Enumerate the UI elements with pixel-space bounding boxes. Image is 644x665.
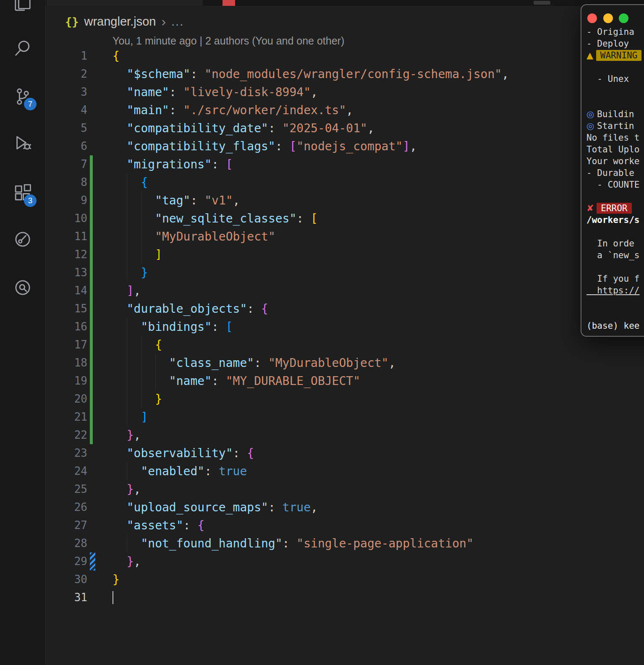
code-text: } (113, 571, 120, 589)
sidebar-item-extensions[interactable]: 3 (13, 183, 32, 203)
terminal-line: /workers/s (586, 214, 644, 226)
breadcrumb-file-name[interactable]: wrangler.json (84, 15, 156, 29)
spinner-icon: ◎ (586, 121, 597, 131)
terminal-body: - Origina- Deploy▲ WARNING - Unex◎ Build… (586, 26, 644, 332)
code-line[interactable]: 21 ] (45, 408, 644, 426)
code-line[interactable]: 4 "main": "./src/worker/index.ts", (45, 101, 644, 119)
gutter-added-indicator (90, 264, 93, 282)
code-text: "name": "MY_DURABLE_OBJECT" (113, 372, 360, 390)
line-number: 22 (45, 426, 87, 444)
code-line[interactable]: 6 "compatibility_flags": ["nodejs_compat… (45, 137, 644, 155)
code-line[interactable]: 31 (45, 589, 644, 607)
zoom-button[interactable] (619, 13, 628, 23)
gutter-added-indicator (90, 282, 93, 300)
terminal-link[interactable]: https:// (586, 285, 639, 296)
tab-strip (46, 0, 644, 6)
terminal-line: https:// (586, 285, 644, 296)
warn-badge: WARNING (596, 50, 642, 61)
code-line[interactable]: 23 "observability": { (45, 444, 644, 462)
code-line[interactable]: 30} (45, 571, 644, 589)
code-line[interactable]: 24 "enabled": true (45, 462, 644, 480)
code-editor[interactable]: 1{2 "$schema": "node_modules/wrangler/co… (45, 47, 644, 607)
line-number: 23 (45, 444, 87, 462)
gutter-added-indicator (90, 372, 93, 390)
terminal-text: - Durable (586, 168, 634, 178)
code-line[interactable]: 20 } (45, 390, 644, 408)
sidebar-item-search[interactable] (13, 39, 32, 58)
code-line[interactable]: 18 "class_name": "MyDurableObject", (45, 354, 644, 372)
terminal-line (586, 97, 644, 108)
active-tab-fragment[interactable] (47, 0, 203, 6)
breadcrumb-more[interactable]: ... (171, 15, 184, 29)
code-text: { (113, 336, 162, 354)
terminal-line: ✘ ERROR (586, 202, 644, 214)
close-button[interactable] (587, 13, 597, 23)
gitlens-icon (13, 243, 32, 250)
code-line[interactable]: 8 { (45, 173, 644, 191)
code-line[interactable]: 13 } (45, 264, 644, 282)
code-line[interactable]: 11 "MyDurableObject" (45, 228, 644, 246)
code-text: "tag": "v1", (113, 191, 240, 209)
code-line[interactable]: 22 }, (45, 426, 644, 444)
code-line[interactable]: 17 { (45, 336, 644, 354)
code-text: "observability": { (113, 444, 254, 462)
code-line[interactable]: 16 "bindings": [ (45, 318, 644, 336)
gutter-added-indicator (90, 246, 93, 264)
source-control-badge: 7 (24, 98, 37, 110)
code-line[interactable]: 27 "assets": { (45, 516, 644, 534)
code-line[interactable]: 25 }, (45, 480, 644, 498)
terminal-titlebar[interactable] (581, 5, 644, 26)
code-line[interactable]: 26 "upload_source_maps": true, (45, 498, 644, 516)
code-line[interactable]: 1{ (45, 47, 644, 65)
code-line[interactable]: 7 "migrations": [ (45, 155, 644, 173)
code-line[interactable]: 12 ] (45, 246, 644, 264)
line-number: 16 (45, 318, 87, 336)
code-line[interactable]: 29 }, (45, 552, 644, 571)
gutter-added-indicator (90, 191, 93, 209)
terminal-line: ◎ Startin (586, 120, 644, 132)
code-line[interactable]: 28 "not_found_handling": "single-page-ap… (45, 534, 644, 552)
line-number: 15 (45, 300, 87, 318)
terminal-line: In orde (586, 238, 644, 249)
code-line[interactable]: 19 "name": "MY_DURABLE_OBJECT" (45, 372, 644, 390)
terminal-line: - COUNTE (586, 179, 644, 191)
code-text: "not_found_handling": "single-page-appli… (113, 534, 474, 552)
code-text: "main": "./src/worker/index.ts", (113, 101, 353, 119)
minimize-button[interactable] (603, 13, 613, 23)
sidebar-item-source-control[interactable]: 7 (13, 87, 32, 106)
code-text: "$schema": "node_modules/wrangler/config… (113, 65, 509, 83)
gutter-added-indicator (90, 390, 93, 408)
code-line[interactable]: 3 "name": "lively-disk-8994", (45, 83, 644, 101)
sidebar-item-explorer[interactable] (13, 0, 32, 13)
line-number: 29 (45, 552, 87, 571)
terminal-line: (base) kee (586, 320, 644, 332)
sidebar-item-gitlens-inspect[interactable] (13, 278, 32, 297)
code-line[interactable]: 9 "tag": "v1", (45, 191, 644, 209)
code-line[interactable]: 2 "$schema": "node_modules/wrangler/conf… (45, 65, 644, 83)
code-text: }, (113, 426, 141, 444)
breadcrumb[interactable]: {} wrangler.json › ... (65, 13, 184, 29)
blame-annotation[interactable]: You, 1 minute ago | 2 authors (You and o… (113, 35, 344, 47)
line-number: 12 (45, 246, 87, 264)
code-line[interactable]: 15 "durable_objects": { (45, 300, 644, 318)
terminal-window[interactable]: - Origina- Deploy▲ WARNING - Unex◎ Build… (581, 4, 644, 337)
terminal-line: ▲ WARNING (586, 50, 644, 61)
code-text: "migrations": [ (113, 155, 233, 173)
terminal-line (586, 308, 644, 320)
code-text: "compatibility_flags": ["nodejs_compat"]… (113, 137, 417, 155)
gutter-added-indicator (90, 408, 93, 426)
gitlens-inspect-icon (13, 291, 32, 298)
terminal-line: - Origina (586, 26, 644, 38)
line-number: 11 (45, 228, 87, 246)
code-line[interactable]: 10 "new_sqlite_classes": [ (45, 209, 644, 228)
terminal-text: Total Uplo (586, 144, 639, 154)
code-line[interactable]: 14 ], (45, 282, 644, 300)
code-line[interactable]: 5 "compatibility_date": "2025-04-01", (45, 119, 644, 137)
terminal-line: - Unex (586, 73, 644, 85)
extensions-badge: 3 (24, 194, 37, 207)
line-number: 25 (45, 480, 87, 498)
sidebar-item-gitlens[interactable] (13, 230, 32, 249)
sidebar-item-run-debug[interactable] (13, 133, 32, 152)
line-number: 31 (45, 589, 87, 607)
line-number: 6 (45, 137, 87, 155)
